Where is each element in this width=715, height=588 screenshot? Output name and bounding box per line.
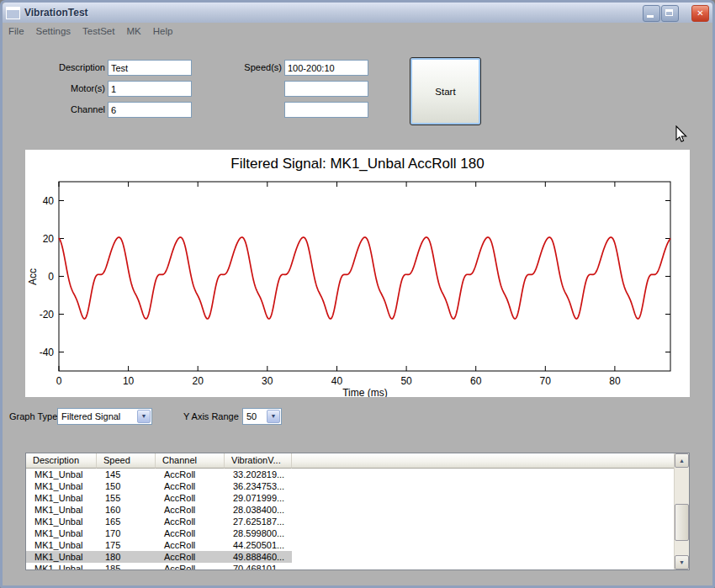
table-cell: AccRoll	[156, 527, 225, 539]
maximize-button[interactable]	[661, 5, 679, 22]
table-cell: 29.071999...	[225, 492, 292, 504]
svg-text:10: 10	[123, 375, 135, 387]
table-cell: AccRoll	[156, 469, 225, 480]
table-cell: 175	[97, 539, 156, 551]
y-axis-range-label: Y Axis Range	[183, 411, 239, 421]
table-cell: AccRoll	[156, 480, 225, 492]
graph-type-value: Filtered Signal	[61, 411, 120, 421]
extra-input-2[interactable]	[284, 102, 368, 118]
table-cell: 27.625187...	[225, 516, 292, 527]
start-button[interactable]: Start	[410, 57, 481, 125]
maximize-icon	[665, 9, 673, 16]
filtered-signal-chart: 40200-20-4001020304050607080Time (ms)Acc	[25, 175, 690, 397]
scroll-down-button[interactable]	[675, 555, 689, 569]
svg-text:Acc: Acc	[27, 268, 39, 285]
svg-text:0: 0	[48, 271, 54, 283]
chevron-down-icon[interactable]	[267, 410, 280, 423]
table-row[interactable]: MK1_Unbal155AccRoll29.071999...	[26, 492, 292, 504]
speeds-input[interactable]	[284, 60, 368, 76]
y-axis-range-select[interactable]: 50	[242, 408, 282, 425]
column-header-channel[interactable]: Channel	[156, 453, 225, 469]
graph-type-select[interactable]: Filtered Signal	[57, 408, 152, 425]
table-row[interactable]: MK1_Unbal150AccRoll36.234753...	[26, 480, 292, 492]
menu-file[interactable]: File	[3, 24, 30, 38]
column-header-speed[interactable]: Speed	[97, 453, 156, 469]
description-input[interactable]	[108, 60, 192, 76]
app-icon	[6, 7, 20, 19]
table-cell: 155	[97, 492, 156, 504]
table-cell: 28.599800...	[225, 527, 292, 539]
svg-text:20: 20	[193, 375, 204, 387]
motors-label: Motor(s)	[28, 83, 105, 93]
chevron-down-icon[interactable]	[137, 410, 151, 423]
table-cell: 185	[97, 563, 156, 569]
motors-input[interactable]	[108, 81, 192, 97]
table-header: DescriptionSpeedChannelVibrationV...	[26, 453, 675, 469]
table-row[interactable]: MK1_Unbal170AccRoll28.599800...	[26, 527, 292, 539]
svg-text:20: 20	[43, 233, 55, 245]
table-cell: AccRoll	[156, 551, 225, 563]
menu-testset[interactable]: TestSet	[77, 24, 120, 38]
menu-mk[interactable]: MK	[120, 24, 146, 38]
table-cell: 170	[97, 527, 156, 539]
column-header-description[interactable]: Description	[26, 453, 97, 469]
svg-text:-20: -20	[40, 309, 55, 320]
table-cell: MK1_Unbal	[26, 563, 97, 569]
svg-text:60: 60	[470, 375, 482, 387]
table-row[interactable]: MK1_Unbal175AccRoll44.250501...	[26, 539, 292, 551]
table-row[interactable]: MK1_Unbal180AccRoll49.888460...	[26, 551, 292, 563]
table-cell: 28.038400...	[225, 504, 292, 516]
mouse-cursor	[675, 125, 689, 144]
channel-input[interactable]	[108, 102, 192, 118]
table-cell: 44.250501...	[225, 539, 292, 551]
table-cell: MK1_Unbal	[26, 469, 97, 480]
title-bar[interactable]: VibrationTest ✕	[3, 3, 712, 23]
description-label: Description	[28, 62, 105, 72]
table-cell: 49.888460...	[225, 551, 292, 563]
table-cell: MK1_Unbal	[26, 527, 97, 539]
menu-settings[interactable]: Settings	[30, 24, 77, 38]
scrollbar-thumb[interactable]	[675, 504, 689, 541]
extra-input-1[interactable]	[284, 81, 368, 97]
table-cell: AccRoll	[156, 504, 225, 516]
table-row[interactable]: MK1_Unbal165AccRoll27.625187...	[26, 516, 292, 527]
table-cell: MK1_Unbal	[26, 539, 97, 551]
svg-text:80: 80	[609, 375, 621, 387]
menu-bar: File Settings TestSet MK Help	[3, 23, 712, 40]
speeds-label: Speed(s)	[204, 62, 282, 72]
app-window: VibrationTest ✕ File Settings TestSet MK…	[0, 0, 715, 588]
menu-help[interactable]: Help	[147, 24, 179, 38]
minimize-icon	[647, 15, 654, 18]
table-cell: MK1_Unbal	[26, 504, 97, 516]
table-cell: MK1_Unbal	[26, 480, 97, 492]
table-cell: AccRoll	[156, 563, 225, 569]
svg-text:Time (ms): Time (ms)	[342, 387, 388, 397]
column-header-filler	[292, 453, 675, 469]
minimize-button[interactable]	[643, 5, 660, 22]
table-cell: 150	[97, 480, 156, 492]
table-cell: 180	[97, 551, 156, 563]
vertical-scrollbar[interactable]	[674, 453, 689, 569]
table-row[interactable]: MK1_Unbal145AccRoll33.202819...	[26, 469, 292, 480]
svg-text:30: 30	[262, 375, 273, 387]
svg-text:40: 40	[331, 375, 343, 387]
close-button[interactable]: ✕	[691, 5, 709, 22]
y-axis-range-value: 50	[246, 411, 257, 421]
table-cell: MK1_Unbal	[26, 492, 97, 504]
table-cell: 70.468101...	[225, 563, 292, 569]
scroll-up-button[interactable]	[675, 453, 689, 468]
column-header-vibrationv[interactable]: VibrationV...	[225, 453, 292, 469]
table-cell: 33.202819...	[225, 469, 292, 480]
table-body: MK1_Unbal145AccRoll33.202819...MK1_Unbal…	[26, 469, 675, 569]
close-icon: ✕	[692, 6, 708, 21]
svg-text:40: 40	[43, 195, 55, 207]
window-title: VibrationTest	[24, 7, 88, 19]
table-row[interactable]: MK1_Unbal185AccRoll70.468101...	[26, 563, 292, 569]
table-cell: AccRoll	[156, 539, 225, 551]
table-row[interactable]: MK1_Unbal160AccRoll28.038400...	[26, 504, 292, 516]
table-cell: 160	[97, 504, 156, 516]
svg-text:50: 50	[400, 375, 412, 387]
table-cell: 145	[97, 469, 156, 480]
svg-text:-40: -40	[40, 347, 55, 358]
chart-panel: Filtered Signal: MK1_Unbal AccRoll 180 4…	[25, 150, 690, 397]
